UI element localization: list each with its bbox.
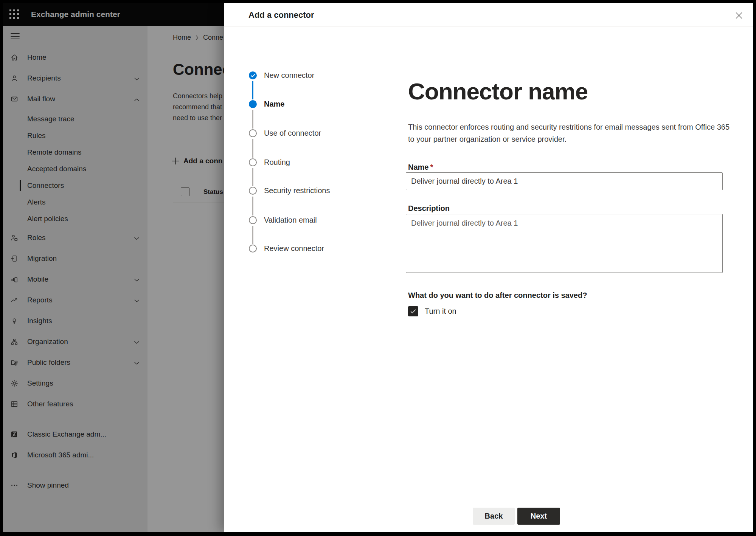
step-current-dot	[249, 100, 257, 108]
step-dot	[249, 187, 257, 195]
step-check-icon	[249, 71, 257, 79]
step-connector-line	[252, 226, 253, 244]
wizard-steps: New connector Name Use of connector Rout…	[224, 27, 380, 501]
panel-header: Add a connector	[224, 3, 753, 27]
form-heading: Connector name	[408, 78, 588, 105]
step-connector-line	[252, 110, 253, 129]
step-dot	[249, 158, 257, 166]
turn-it-on-checkbox-row[interactable]: Turn it on	[408, 306, 456, 316]
name-input[interactable]	[406, 172, 723, 190]
form-description: This connector enforces routing and secu…	[408, 121, 730, 145]
add-connector-panel: Add a connector New connector Name	[224, 3, 753, 532]
step-routing[interactable]: Routing	[249, 158, 290, 167]
next-button[interactable]: Next	[517, 508, 560, 525]
step-use-of-connector[interactable]: Use of connector	[249, 129, 321, 138]
description-input[interactable]	[406, 214, 723, 273]
close-icon[interactable]	[733, 10, 745, 21]
step-connector-line	[252, 197, 253, 215]
description-label: Description	[408, 204, 450, 213]
step-review-connector[interactable]: Review connector	[249, 244, 324, 253]
step-validation-email[interactable]: Validation email	[249, 216, 317, 225]
exchange-admin-app: Exchange admin center Home Recipients Ma…	[3, 3, 753, 532]
step-dot	[249, 216, 257, 224]
required-asterisk: *	[430, 163, 433, 171]
checked-checkbox-icon[interactable]	[408, 306, 418, 316]
step-connector-line	[252, 168, 253, 186]
step-connector-line	[252, 81, 253, 99]
back-button[interactable]: Back	[473, 508, 515, 525]
step-dot	[249, 245, 257, 253]
step-dot	[249, 129, 257, 137]
turn-it-on-label: Turn it on	[425, 307, 456, 316]
panel-title: Add a connector	[248, 3, 314, 27]
step-connector-line	[252, 139, 253, 158]
step-name[interactable]: Name	[249, 100, 284, 108]
name-label: Name*	[408, 163, 433, 172]
after-save-question: What do you want to do after connector i…	[408, 291, 587, 300]
footer-divider	[224, 501, 753, 501]
step-new-connector[interactable]: New connector	[249, 71, 314, 80]
step-security-restrictions[interactable]: Security restrictions	[249, 186, 330, 195]
